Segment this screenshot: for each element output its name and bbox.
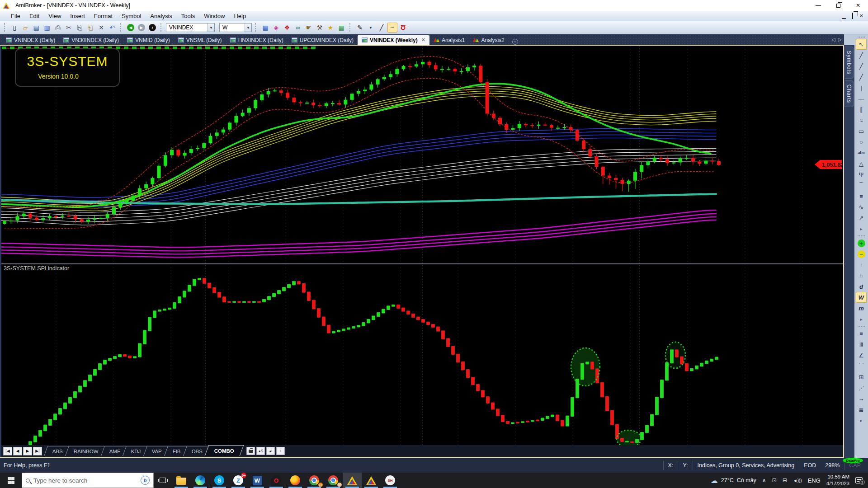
arc-icon[interactable]: ⌒ [856,180,867,191]
save-all-icon[interactable]: ▥ [42,23,52,33]
language-indicator[interactable]: ENG [808,477,821,484]
channel-tool-icon[interactable]: ≣ [856,404,867,415]
symbol-dropdown-arrow[interactable]: ▼ [208,23,214,32]
grid-tool-icon[interactable]: ⊞ [856,371,867,382]
info-icon[interactable]: i [147,23,157,33]
tab-analysis1[interactable]: Analysis1 [429,35,469,45]
new-tab-button[interactable]: + [512,39,518,45]
tab-vnmid-daily-[interactable]: VNMID (Daily) [123,35,174,45]
undo-icon[interactable]: ↶ [107,23,117,33]
price-chart[interactable]: 1,051.82 [1,46,843,445]
image-icon[interactable]: ▦ [336,23,346,33]
weather-widget[interactable]: ☁ 27°C Có mây [711,476,756,485]
tab-vnsml-daily-[interactable]: VNSML (Daily) [174,35,226,45]
sheet-nav-1[interactable]: ◀ [13,447,22,455]
child-minimize-button[interactable]: ▁ [842,13,845,19]
delete-icon[interactable]: ✕ [96,23,106,33]
tab-close-icon[interactable]: ✕ [421,37,425,43]
gann-fan-icon[interactable]: ⋰ [856,382,867,393]
symbol-combobox[interactable]: VNINDEX▼ [166,23,215,32]
arrow-tool-icon[interactable]: ↗ [856,212,867,223]
magnet-icon[interactable]: Ω [398,23,408,33]
triangle-icon[interactable]: △ [856,158,867,169]
tab-analysis2[interactable]: Analysis2 [469,35,508,45]
regression-channel-icon[interactable]: ≈ [856,115,867,126]
tab-vnindex-weekly-[interactable]: VNINDEX (Weekly)✕ [358,35,429,45]
tab-vn30index-daily-[interactable]: VN30INDEX (Daily) [59,35,123,45]
tab-vnindex-daily-[interactable]: VNINDEX (Daily) [2,35,59,45]
line-levels-icon[interactable]: ≡ [856,328,867,339]
amibroker-2[interactable] [362,473,381,488]
skype[interactable]: S [210,473,229,488]
indicator-icon[interactable]: ❖ [282,23,292,33]
zigzag-icon[interactable]: ∿ [856,202,867,212]
more-tools-icon[interactable]: ▸ [856,223,867,234]
file-explorer[interactable] [172,473,191,488]
minimize-button[interactable]: — [808,0,828,11]
menu-format[interactable]: Format [90,12,117,20]
opera[interactable]: O [267,473,286,488]
menu-insert[interactable]: Insert [66,12,90,20]
open-folder-icon[interactable]: ▱ [20,23,30,33]
task-view-button[interactable] [154,473,172,488]
edge-browser[interactable] [191,473,210,488]
ray-line-icon[interactable]: ╱ [856,71,867,82]
back-icon[interactable]: ◀ [126,23,136,33]
interval-hourly[interactable]: h [856,270,867,281]
tab-hnxindex-daily-[interactable]: HNXINDEX (Daily) [226,35,288,45]
chrome[interactable]: H [305,473,324,488]
menu-edit[interactable]: Edit [25,12,44,20]
shs-app[interactable]: SH [381,473,400,488]
tab-scroll-right-icon[interactable]: ▷ [838,37,842,42]
taskbar-search-input[interactable]: Type here to search b [22,473,154,488]
vertical-line-icon[interactable]: | [856,82,867,93]
sheet-nav-3[interactable]: ▶| [33,447,42,455]
tab-scroll-left-icon[interactable]: ◁ [831,37,835,42]
new-document-icon[interactable]: ▯ [9,23,19,33]
sheet-nav-2[interactable]: ▶ [23,447,32,455]
tools-hammer-icon[interactable]: ⚒ [315,23,325,33]
volume-bars-icon[interactable]: ||| [856,339,867,350]
send-sheet-button[interactable]: ▴S [256,447,265,455]
zoom-app[interactable]: Z5+ [229,473,248,488]
parallel-lines-icon[interactable]: ∥ [856,104,867,115]
pencil-dropdown-arrow[interactable]: ▼ [366,23,376,33]
restore-button[interactable] [828,0,848,11]
fib-arcs-icon[interactable]: ⌒ [856,361,867,371]
clock[interactable]: 10:59 AM 4/17/2023 [826,474,849,487]
horizontal-line-icon[interactable]: — [856,93,867,104]
child-close-button[interactable]: ✕ [859,13,863,19]
glasses-icon[interactable]: ∞ [293,23,303,33]
sheet-tab-combo[interactable]: COMBO [205,445,244,456]
ellipse-icon[interactable]: ○ [856,136,867,147]
wizard-icon[interactable]: ★ [326,23,335,33]
sheet-nav-0[interactable]: |◀ [3,447,12,455]
pitchfork-icon[interactable]: Ψ [856,169,867,180]
select-cursor-icon[interactable]: ↖ [856,39,867,50]
dotted-line-tool-icon[interactable]: ┄ [387,23,397,33]
text-tool-icon[interactable]: abc [856,147,867,158]
rectangle-icon[interactable]: ▭ [856,126,867,136]
lock-icon[interactable] [246,447,255,455]
interval-intraday[interactable]: i [856,259,867,270]
copy-icon[interactable]: ⎘ [75,23,85,33]
tab-upcomindex-daily-[interactable]: UPCOMINDEX (Daily) [288,35,358,45]
interval-combobox[interactable]: W▼ [219,23,252,32]
interval-dropdown-arrow[interactable]: ▼ [245,23,251,32]
menu-view[interactable]: View [44,12,66,20]
print-icon[interactable]: ⎙ [53,23,63,33]
extended-line-icon[interactable]: ╱ [856,61,867,71]
network-icon[interactable]: ⊟ [783,477,787,483]
paste-icon[interactable]: ⎗ [85,23,95,33]
pencil-icon[interactable]: ✎ [355,23,365,33]
cut-icon[interactable]: ✂ [64,23,74,33]
fib-retracement-icon[interactable]: ≡ [856,191,867,202]
close-button[interactable]: ✕ [848,0,868,11]
child-restore-button[interactable] [852,13,853,19]
interval-monthly[interactable]: m [856,303,867,314]
send-indicator-button[interactable]: ▴I [266,447,275,455]
sheet-scroll-back[interactable]: ‹ [276,447,285,455]
menu-help[interactable]: Help [229,12,250,20]
amibroker[interactable] [343,473,362,488]
zoom-out-icon[interactable]: − [856,249,867,259]
